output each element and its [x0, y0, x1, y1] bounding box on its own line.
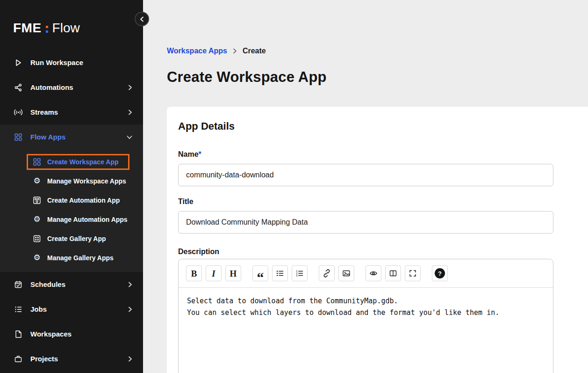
main-content: Workspace Apps Create Create Workspace A…	[143, 0, 588, 373]
sidebar-item-label: Run Workspace	[30, 59, 83, 66]
breadcrumb-current: Create	[243, 46, 266, 56]
toolbar-group-block: “ 123	[252, 265, 308, 281]
list-icon	[14, 305, 22, 314]
svg-text:3: 3	[296, 274, 298, 277]
bold-button[interactable]: B	[186, 265, 202, 281]
sidebar-item-label: Manage Workspace Apps	[47, 177, 126, 185]
sidebar-item-label: Create Automation App	[47, 197, 120, 204]
sidebar-item-label: Jobs	[30, 305, 47, 313]
sidebar-item-label: Schedules	[30, 280, 65, 288]
title-input[interactable]	[178, 211, 553, 234]
toolbar-group-text: B I H	[186, 265, 241, 281]
unordered-list-button[interactable]	[272, 265, 288, 281]
document-icon	[14, 330, 22, 338]
name-label: Name*	[178, 150, 577, 159]
image-icon	[342, 269, 351, 278]
sidebar-item-flow-apps[interactable]: Flow Apps	[0, 124, 143, 149]
page-title: Create Workspace App	[167, 68, 588, 86]
sidebar-item-create-gallery-app[interactable]: Create Gallery App	[0, 229, 143, 248]
chevron-right-icon	[232, 48, 237, 54]
logo-text-flow: Flow	[52, 21, 80, 36]
sidebar-item-streams[interactable]: Streams	[0, 100, 143, 124]
toolbar-group-media	[319, 265, 354, 281]
sidebar-item-manage-workspace-apps[interactable]: ⚙ Manage Workspace Apps	[0, 171, 143, 190]
eye-icon	[369, 269, 378, 278]
selected-highlight-box: Create Workspace App	[27, 154, 129, 170]
sidebar-nav: Run Workspace Automations Streams	[0, 50, 143, 371]
ordered-list-button[interactable]: 123	[292, 265, 308, 281]
italic-button[interactable]: I	[206, 265, 222, 281]
automation-app-icon	[33, 196, 41, 205]
preview-button[interactable]	[366, 265, 381, 281]
sidebar-item-label: Automations	[30, 83, 73, 91]
play-icon	[14, 59, 22, 67]
heading-icon: H	[230, 269, 237, 278]
sidebar-item-run-workspace[interactable]: Run Workspace	[0, 50, 143, 75]
flow-apps-submenu: Create Workspace App ⚙ Manage Workspace …	[0, 149, 143, 267]
sidebar-item-create-workspace-app[interactable]: Create Workspace App	[0, 152, 143, 171]
description-line: You can select which layers to download …	[187, 307, 545, 319]
sidebar: FME Flow Run Workspace Automations	[0, 0, 143, 373]
chevron-left-icon	[139, 16, 145, 22]
logo-text-fme: FME	[13, 21, 42, 36]
heading-button[interactable]: H	[225, 265, 241, 281]
chevron-down-icon	[126, 134, 133, 140]
sidebar-item-create-automation-app[interactable]: Create Automation App	[0, 190, 143, 210]
sidebar-item-manage-gallery-apps[interactable]: ⚙ Manage Gallery Apps	[0, 248, 143, 267]
fullscreen-button[interactable]	[405, 265, 421, 281]
breadcrumb: Workspace Apps Create	[167, 46, 588, 56]
sidebar-item-projects[interactable]: Projects	[0, 346, 143, 371]
sidebar-item-jobs[interactable]: Jobs	[0, 297, 143, 322]
sidebar-item-schedules[interactable]: Schedules	[0, 272, 143, 297]
title-label: Title	[178, 197, 577, 206]
chevron-right-icon	[127, 306, 133, 313]
app-logo: FME Flow	[0, 0, 143, 42]
toolbar-group-view	[366, 265, 421, 281]
sidebar-item-label: Create Gallery App	[47, 235, 106, 242]
logo-dot-orange	[46, 26, 48, 28]
automations-icon	[14, 83, 22, 92]
chevron-right-icon	[127, 356, 133, 362]
briefcase-icon	[14, 355, 22, 363]
required-marker: *	[199, 150, 201, 158]
sidebar-item-workspaces[interactable]: Workspaces	[0, 322, 143, 346]
description-line: Select data to download from the Communi…	[187, 295, 545, 307]
gear-icon: ⚙	[33, 177, 41, 185]
sidebar-item-label: Create Workspace App	[47, 158, 119, 166]
unordered-list-icon	[276, 269, 284, 278]
gear-icon: ⚙	[33, 254, 41, 262]
sidebar-item-label: Manage Gallery Apps	[47, 254, 114, 262]
sidebar-item-manage-automation-apps[interactable]: ⚙ Manage Automation Apps	[0, 210, 143, 229]
bold-icon: B	[191, 269, 197, 278]
sidebar-item-label: Flow Apps	[30, 133, 65, 141]
image-button[interactable]	[338, 265, 354, 281]
sidebar-item-label: Streams	[30, 108, 58, 116]
description-textarea[interactable]: Select data to download from the Communi…	[179, 288, 553, 373]
app-details-card: App Details Name* Title Description B I …	[167, 107, 588, 373]
sidebar-item-label: Projects	[30, 355, 58, 363]
name-input[interactable]	[178, 164, 553, 186]
logo-colon-icon	[46, 24, 48, 33]
link-button[interactable]	[319, 265, 335, 281]
fullscreen-icon	[409, 269, 417, 278]
sidebar-item-automations[interactable]: Automations	[0, 75, 143, 100]
sidebar-collapse-button[interactable]	[135, 12, 149, 26]
streams-icon	[14, 108, 22, 117]
flow-apps-group: Flow Apps Create Workspace App	[0, 124, 143, 272]
chevron-right-icon	[127, 281, 133, 288]
guide-button[interactable]: ?	[432, 265, 448, 281]
link-icon	[323, 269, 331, 278]
sidebar-item-label: Manage Automation Apps	[47, 216, 128, 223]
sidebar-item-label: Workspaces	[30, 330, 72, 338]
gallery-app-icon	[33, 234, 41, 243]
chevron-right-icon	[127, 84, 133, 91]
gear-icon: ⚙	[33, 215, 41, 224]
description-editor: B I H “ 123	[178, 259, 553, 373]
question-icon: ?	[435, 268, 445, 278]
workspace-app-icon	[33, 158, 41, 166]
breadcrumb-link-workspace-apps[interactable]: Workspace Apps	[167, 46, 227, 56]
side-by-side-button[interactable]	[385, 265, 401, 281]
section-title: App Details	[178, 120, 577, 132]
calendar-check-icon	[14, 280, 22, 289]
quote-button[interactable]: “	[252, 265, 268, 281]
